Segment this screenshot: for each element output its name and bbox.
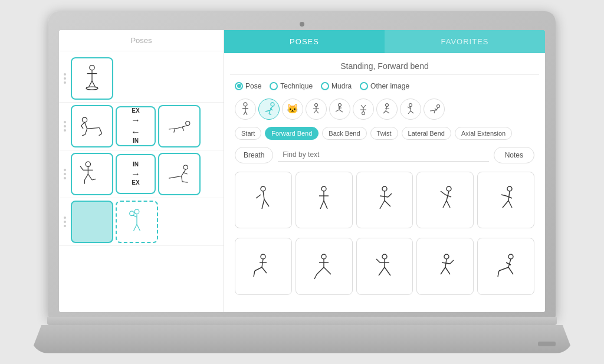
arrow-box-ex-in[interactable]: EX → ← IN xyxy=(116,106,156,146)
left-panel: Poses xyxy=(59,30,224,312)
svg-line-59 xyxy=(339,110,343,112)
svg-line-135 xyxy=(499,267,508,271)
arrow-box-in-ex[interactable]: IN → EX xyxy=(116,154,156,194)
tag-start[interactable]: Start xyxy=(235,127,261,140)
grid-pose-10[interactable] xyxy=(477,238,534,295)
svg-line-33 xyxy=(183,172,187,174)
icon-standing[interactable] xyxy=(235,99,256,120)
search-input[interactable] xyxy=(278,148,488,162)
row-dots-2 xyxy=(59,121,68,132)
svg-point-34 xyxy=(134,209,139,214)
notes-button[interactable]: Notes xyxy=(494,147,534,163)
pose-thumb-4a[interactable] xyxy=(71,201,113,243)
svg-line-4 xyxy=(92,81,96,87)
tag-forward-bend[interactable]: Forward Bend xyxy=(265,127,319,140)
radio-pose[interactable]: Pose xyxy=(235,82,261,90)
pose-figure-3b xyxy=(165,159,194,189)
svg-line-129 xyxy=(442,263,450,264)
icon-seated2[interactable] xyxy=(376,99,398,120)
tag-axial-extension[interactable]: Axial Extension xyxy=(455,127,512,140)
grid-pose-3[interactable] xyxy=(356,172,413,229)
grid-pose-5[interactable] xyxy=(477,172,534,229)
grid-pose-4[interactable] xyxy=(416,172,474,229)
right-panel: POSES FAVORITES Standing, Forward bend P… xyxy=(224,30,545,312)
svg-line-14 xyxy=(81,126,83,129)
pose-row-1 xyxy=(59,55,224,103)
icon-reclined[interactable] xyxy=(424,99,445,120)
grid-pose-9[interactable] xyxy=(416,238,474,295)
svg-line-58 xyxy=(336,110,339,112)
svg-line-130 xyxy=(441,267,445,274)
icon-cat[interactable]: 🐱 xyxy=(282,99,303,120)
svg-line-78 xyxy=(430,110,436,111)
svg-line-80 xyxy=(434,111,435,113)
pose-thumb-2a[interactable] xyxy=(71,105,113,147)
svg-line-32 xyxy=(182,181,188,182)
laptop-hinge xyxy=(47,317,557,325)
grid-pose-1[interactable] xyxy=(235,172,292,229)
svg-line-90 xyxy=(324,201,327,209)
icon-seated[interactable] xyxy=(306,99,327,120)
svg-line-25 xyxy=(88,174,92,180)
row-dots-1 xyxy=(59,73,68,84)
tag-lateral-bend[interactable]: Lateral Bend xyxy=(402,127,451,140)
svg-point-109 xyxy=(261,254,265,259)
screen: Poses xyxy=(59,30,545,312)
grid-pose-7[interactable] xyxy=(296,238,353,295)
radio-other-circle xyxy=(360,82,368,90)
svg-point-0 xyxy=(90,65,94,70)
svg-line-50 xyxy=(269,114,271,114)
breath-button[interactable]: Breath xyxy=(235,147,273,163)
row-dots-3 xyxy=(59,169,68,179)
icon-lunge[interactable] xyxy=(329,99,350,120)
svg-line-85 xyxy=(256,195,261,198)
svg-point-81 xyxy=(261,186,265,191)
pose-list: EX → ← IN xyxy=(59,51,224,312)
screen-bezel: Poses xyxy=(48,11,556,318)
svg-line-26 xyxy=(92,179,96,180)
pose-figure-2b xyxy=(165,112,194,141)
pose-thumb-3a[interactable] xyxy=(71,153,113,195)
tab-favorites[interactable]: FAVORITES xyxy=(385,30,545,53)
svg-line-108 xyxy=(501,195,506,196)
svg-line-120 xyxy=(324,267,331,274)
svg-line-23 xyxy=(85,174,88,180)
pose-thumb-4b[interactable] xyxy=(116,201,158,243)
pose-thumb-2b[interactable] xyxy=(158,105,201,147)
svg-line-44 xyxy=(245,112,247,115)
radio-pose-circle xyxy=(235,82,243,90)
radio-technique[interactable]: Technique xyxy=(270,82,313,90)
laptop-container: Poses xyxy=(31,11,573,353)
svg-line-12 xyxy=(99,133,102,135)
camera xyxy=(300,22,304,27)
poses-header: Poses xyxy=(59,30,224,51)
tab-poses[interactable]: POSES xyxy=(224,30,385,53)
pose-thumb-3b[interactable] xyxy=(158,153,201,195)
svg-line-106 xyxy=(508,201,512,208)
grid-pose-2[interactable] xyxy=(296,172,353,229)
radio-technique-label: Technique xyxy=(280,82,313,90)
icon-balance[interactable] xyxy=(400,99,421,120)
svg-line-30 xyxy=(169,176,181,178)
pose-row-2: EX → ← IN xyxy=(59,103,224,150)
grid-pose-6[interactable] xyxy=(235,238,292,295)
icon-forward-bend[interactable] xyxy=(258,99,280,120)
svg-line-75 xyxy=(411,111,413,113)
grid-pose-8[interactable] xyxy=(356,238,413,295)
tag-back-bend[interactable]: Back Bend xyxy=(322,127,366,140)
svg-point-115 xyxy=(321,254,326,259)
tag-twist[interactable]: Twist xyxy=(370,127,398,140)
radio-pose-label: Pose xyxy=(245,82,261,90)
pose-thumb-1[interactable] xyxy=(71,57,113,100)
svg-point-51 xyxy=(315,103,318,106)
svg-line-96 xyxy=(388,194,392,197)
radio-mudra[interactable]: Mudra xyxy=(321,82,352,90)
svg-line-9 xyxy=(85,129,87,135)
laptop-trackpad-button xyxy=(538,342,556,346)
svg-line-82 xyxy=(263,191,264,199)
svg-line-136 xyxy=(508,267,513,274)
icon-inversion[interactable] xyxy=(353,99,374,120)
svg-point-133 xyxy=(508,254,513,259)
svg-point-121 xyxy=(382,254,387,259)
radio-other[interactable]: Other image xyxy=(360,82,409,90)
